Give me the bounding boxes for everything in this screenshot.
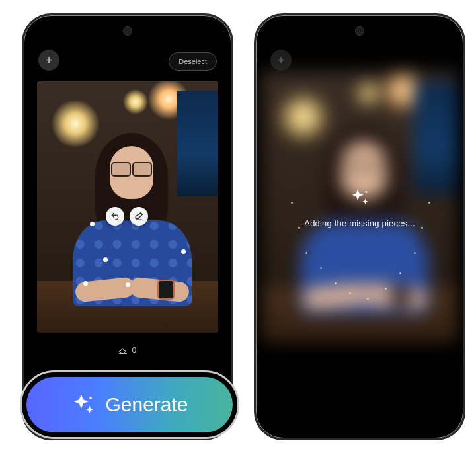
sparkle-icon: [348, 186, 371, 209]
editor-topbar: + Deselect: [24, 46, 231, 79]
volume-down-button: [463, 134, 465, 167]
svg-point-1: [90, 397, 93, 399]
power-button: [231, 187, 233, 233]
phone-generating: + Adding the missing pieces...: [254, 13, 465, 440]
generate-button[interactable]: Generate: [20, 370, 239, 439]
sparkle-icon: [71, 392, 96, 417]
power-button: [463, 187, 465, 233]
svg-point-0: [366, 191, 368, 193]
volume-up-button: [231, 95, 233, 128]
undo-icon: [110, 212, 120, 221]
add-button-disabled: +: [270, 50, 292, 71]
erase-icon: [134, 212, 143, 221]
erase-count-value: 0: [132, 346, 136, 355]
generate-button-label: Generate: [105, 393, 188, 416]
volume-down-button: [231, 134, 233, 167]
photo-canvas[interactable]: [37, 81, 218, 333]
selection-handle[interactable]: [181, 249, 186, 254]
plus-icon: +: [277, 53, 285, 68]
floating-tools: [106, 207, 148, 226]
add-button[interactable]: +: [38, 50, 60, 71]
plus-icon: +: [45, 53, 53, 68]
selection-handle[interactable]: [126, 282, 130, 287]
eraser-icon: [118, 347, 128, 354]
front-camera: [355, 26, 364, 36]
selection-handle[interactable]: [103, 257, 108, 262]
front-camera: [123, 26, 132, 36]
generating-status-text: Adding the missing pieces...: [304, 218, 415, 228]
generating-overlay: Adding the missing pieces...: [269, 81, 450, 333]
deselect-label: Deselect: [178, 58, 207, 65]
undo-button[interactable]: [106, 207, 124, 226]
volume-up-button: [463, 95, 465, 128]
deselect-button[interactable]: Deselect: [169, 52, 217, 71]
selection-handle[interactable]: [83, 281, 88, 286]
erase-counter: 0: [24, 346, 231, 355]
selection-handle[interactable]: [90, 222, 95, 226]
erase-tool-button[interactable]: [130, 207, 148, 226]
